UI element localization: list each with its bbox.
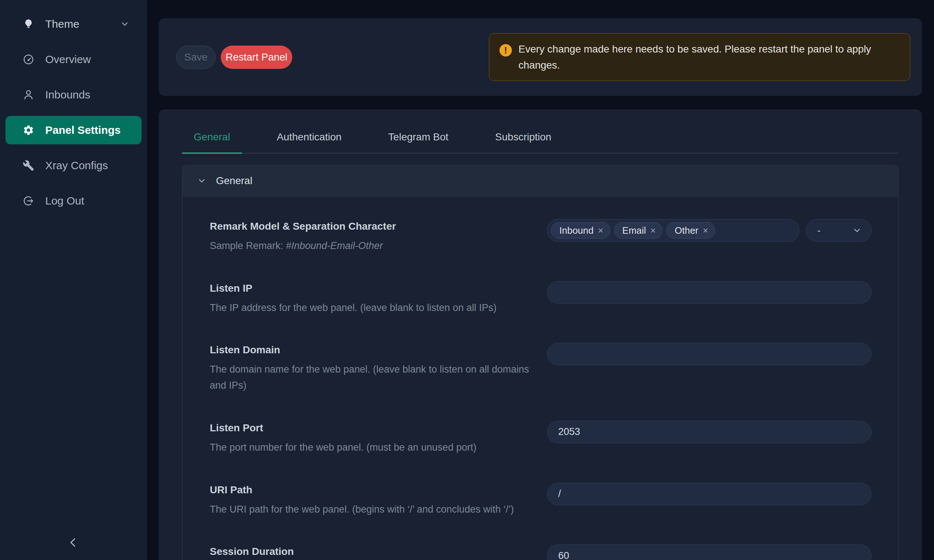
form-row-listen-domain: Listen Domain The domain name for the we…	[210, 343, 872, 393]
separator-value: -	[817, 225, 820, 236]
logout-icon	[23, 195, 34, 207]
wrench-icon	[23, 160, 34, 171]
gear-icon	[23, 124, 34, 136]
sidebar-item-label: Overview	[45, 53, 91, 66]
chevron-down-icon	[120, 19, 129, 29]
sidebar-item-inbounds[interactable]: Inbounds	[5, 81, 142, 109]
listen-ip-label: Listen IP	[210, 283, 529, 294]
collapse-title: General	[216, 175, 253, 187]
form-row-session-duration: Session Duration The duration for which …	[210, 544, 872, 560]
main-content: Save Restart Panel ! Every change made h…	[147, 0, 934, 560]
listen-port-input[interactable]	[547, 421, 872, 443]
form-row-listen-port: Listen Port The port number for the web …	[210, 421, 872, 456]
listen-domain-label: Listen Domain	[210, 344, 529, 356]
sidebar-item-label: Inbounds	[45, 89, 90, 101]
sidebar-item-label: Panel Settings	[45, 124, 121, 136]
close-icon[interactable]: ×	[598, 225, 603, 236]
general-collapse-panel: General Remark Model & Separation Charac…	[182, 165, 899, 560]
sidebar-item-label: Log Out	[45, 195, 84, 207]
save-button[interactable]: Save	[176, 46, 216, 69]
tag-inbound: Inbound ×	[551, 222, 610, 239]
remark-model-multiselect[interactable]: Inbound × Email × Other ×	[547, 219, 799, 242]
lightbulb-icon	[23, 18, 34, 30]
sidebar-item-panel-settings[interactable]: Panel Settings	[5, 116, 142, 145]
listen-domain-input[interactable]	[547, 343, 872, 365]
chevron-down-icon	[852, 226, 862, 235]
tag-other: Other ×	[666, 222, 715, 239]
sidebar-item-overview[interactable]: Overview	[5, 45, 142, 74]
remark-label: Remark Model & Separation Character	[210, 221, 529, 232]
listen-ip-desc: The IP address for the web panel. (leave…	[210, 300, 529, 316]
sidebar-item-logout[interactable]: Log Out	[5, 187, 142, 215]
theme-selector[interactable]: Theme	[23, 15, 129, 34]
session-duration-label: Session Duration	[210, 546, 529, 557]
session-duration-input[interactable]	[547, 544, 872, 560]
tab-authentication[interactable]: Authentication	[265, 126, 353, 154]
tag-email: Email ×	[614, 222, 663, 239]
warning-icon: !	[499, 44, 512, 57]
listen-ip-input[interactable]	[547, 281, 872, 304]
general-form: Remark Model & Separation Character Samp…	[182, 197, 898, 560]
listen-domain-desc: The domain name for the web panel. (leav…	[210, 362, 529, 393]
user-icon	[23, 89, 34, 101]
tab-general[interactable]: General	[182, 126, 242, 154]
sidebar-item-xray-configs[interactable]: Xray Configs	[5, 151, 142, 180]
sidebar-item-label: Xray Configs	[45, 159, 108, 172]
restart-warning-alert: ! Every change made here needs to be sav…	[489, 33, 910, 81]
sidebar: Theme Overview Inbounds	[0, 0, 147, 560]
listen-port-label: Listen Port	[210, 422, 529, 434]
sidebar-collapse-button[interactable]	[65, 534, 81, 551]
uri-path-input[interactable]	[547, 483, 872, 505]
panel-settings-card: General Authentication Telegram Bot Subs…	[159, 109, 922, 560]
remark-sample: Sample Remark: #Inbound-Email-Other	[210, 238, 529, 254]
form-row-uri-path: URI Path The URI path for the web panel.…	[210, 483, 872, 518]
listen-port-desc: The port number for the web panel. (must…	[210, 440, 529, 456]
uri-path-label: URI Path	[210, 484, 529, 496]
theme-label: Theme	[45, 18, 79, 30]
settings-tabs: General Authentication Telegram Bot Subs…	[182, 126, 899, 154]
tab-subscription[interactable]: Subscription	[483, 126, 563, 154]
sidebar-nav: Overview Inbounds Panel Settings	[0, 45, 147, 215]
close-icon[interactable]: ×	[650, 225, 656, 236]
dashboard-icon	[23, 54, 34, 65]
alert-text: Every change made here needs to be saved…	[518, 41, 900, 73]
restart-panel-button[interactable]: Restart Panel	[221, 46, 292, 69]
form-row-listen-ip: Listen IP The IP address for the web pan…	[210, 281, 872, 316]
general-collapse-header[interactable]: General	[182, 166, 898, 197]
tab-telegram-bot[interactable]: Telegram Bot	[376, 126, 460, 154]
form-row-remark: Remark Model & Separation Character Samp…	[210, 219, 872, 254]
action-bar: Save Restart Panel ! Every change made h…	[159, 18, 922, 96]
separation-character-select[interactable]: -	[806, 219, 872, 242]
uri-path-desc: The URI path for the web panel. (begins …	[210, 502, 529, 518]
close-icon[interactable]: ×	[703, 225, 708, 236]
chevron-down-icon	[197, 176, 207, 186]
